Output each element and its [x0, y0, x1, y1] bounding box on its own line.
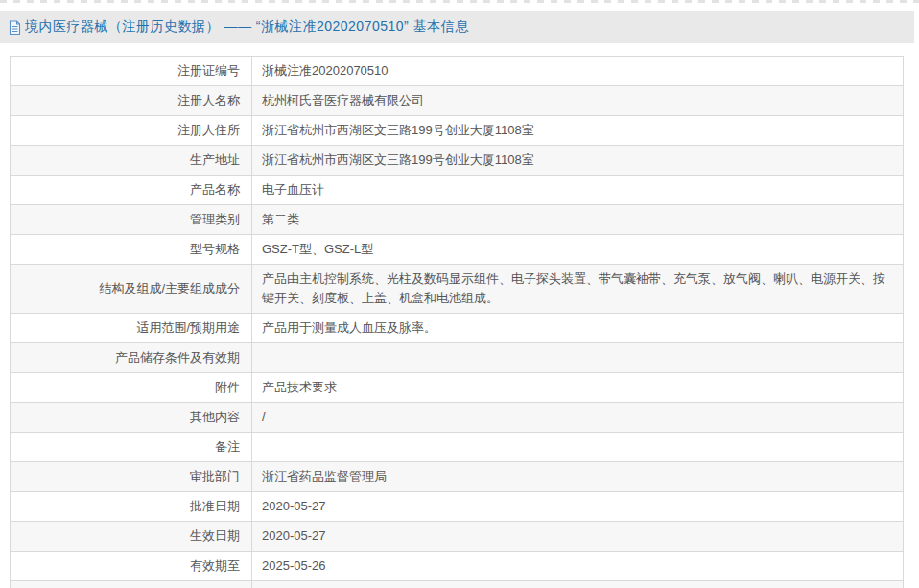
document-icon [9, 20, 21, 35]
row-value: 产品由主机控制系统、光柱及数码显示组件、电子探头装置、带气囊袖带、充气泵、放气阀… [252, 265, 904, 314]
page-top-dashed-edge [0, 0, 919, 3]
page-title: 境内医疗器械（注册历史数据） —— “浙械注准20202070510” 基本信息 [25, 18, 469, 35]
row-value: 浙江省杭州市西湖区文三路199号创业大厦1108室 [252, 116, 904, 146]
table-row: 附件产品技术要求 [11, 373, 904, 403]
row-value: 杭州柯氏音医疗器械有限公司 [252, 86, 904, 116]
table-row: 生产地址浙江省杭州市西湖区文三路199号创业大厦1108室 [11, 146, 904, 176]
row-value [252, 433, 904, 462]
row-value: 2025-05-26 [252, 552, 904, 581]
table-row: 注册证编号浙械注准20202070510 [11, 57, 904, 86]
row-value: / [252, 403, 904, 433]
row-value [252, 581, 904, 588]
table-row: 产品名称电子血压计 [11, 176, 904, 205]
row-label: 产品名称 [11, 176, 252, 205]
row-label: 注册人住所 [11, 116, 252, 146]
table-row: 批准日期2020-05-27 [11, 492, 904, 522]
row-label: 变更情况 [11, 581, 252, 588]
row-value: 浙江省药品监督管理局 [252, 462, 904, 492]
table-row: 变更情况 [11, 581, 904, 588]
table-row: 备注 [11, 433, 904, 462]
row-label: 产品储存条件及有效期 [11, 343, 252, 373]
table-row: 产品储存条件及有效期 [11, 343, 904, 373]
table-row: 型号规格GSZ-T型、GSZ-L型 [11, 235, 904, 265]
row-label: 生产地址 [11, 146, 252, 176]
row-value: 2020-05-27 [252, 522, 904, 552]
row-value: 浙械注准20202070510 [252, 57, 904, 86]
row-value: 产品技术要求 [252, 373, 904, 403]
row-label: 注册证编号 [11, 57, 252, 86]
row-label: 管理类别 [11, 205, 252, 235]
row-label: 审批部门 [11, 462, 252, 492]
row-label: 结构及组成/主要组成成分 [11, 265, 252, 314]
row-label: 附件 [11, 373, 252, 403]
table-row: 其他内容/ [11, 403, 904, 433]
table-row: 生效日期2020-05-27 [11, 522, 904, 552]
row-value [252, 343, 904, 373]
row-label: 批准日期 [11, 492, 252, 522]
table-row: 管理类别第二类 [11, 205, 904, 235]
row-label: 适用范围/预期用途 [11, 314, 252, 343]
page-header: 境内医疗器械（注册历史数据） —— “浙械注准20202070510” 基本信息 [0, 11, 914, 43]
row-value: GSZ-T型、GSZ-L型 [252, 235, 904, 265]
table-row: 审批部门浙江省药品监督管理局 [11, 462, 904, 492]
row-label: 其他内容 [11, 403, 252, 433]
info-table: 注册证编号浙械注准20202070510注册人名称杭州柯氏音医疗器械有限公司注册… [10, 56, 904, 588]
row-value: 电子血压计 [252, 176, 904, 205]
row-value: 浙江省杭州市西湖区文三路199号创业大厦1108室 [252, 146, 904, 176]
table-row: 适用范围/预期用途产品用于测量成人血压及脉率。 [11, 314, 904, 343]
row-value: 第二类 [252, 205, 904, 235]
row-value: 2020-05-27 [252, 492, 904, 522]
table-row: 注册人名称杭州柯氏音医疗器械有限公司 [11, 86, 904, 116]
row-value: 产品用于测量成人血压及脉率。 [252, 314, 904, 343]
table-row: 有效期至2025-05-26 [11, 552, 904, 581]
row-label: 注册人名称 [11, 86, 252, 116]
row-label: 型号规格 [11, 235, 252, 265]
table-container: 注册证编号浙械注准20202070510注册人名称杭州柯氏音医疗器械有限公司注册… [10, 56, 905, 588]
table-row: 注册人住所浙江省杭州市西湖区文三路199号创业大厦1108室 [11, 116, 904, 146]
row-label: 生效日期 [11, 522, 252, 552]
table-row: 结构及组成/主要组成成分产品由主机控制系统、光柱及数码显示组件、电子探头装置、带… [11, 265, 904, 314]
row-label: 备注 [11, 433, 252, 462]
row-label: 有效期至 [11, 552, 252, 581]
